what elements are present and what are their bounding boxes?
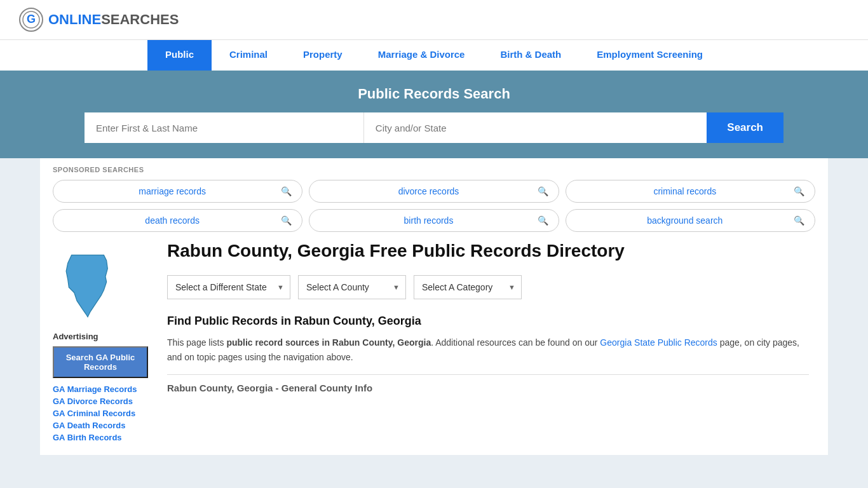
search-form: Search	[85, 112, 783, 143]
county-info-header: Rabun County, Georgia - General County I…	[167, 374, 809, 393]
search-icon-divorce: 🔍	[538, 186, 548, 196]
georgia-map-icon	[53, 250, 123, 320]
nav-marriage-divorce[interactable]: Marriage & Divorce	[360, 40, 483, 71]
sponsored-item-criminal[interactable]: criminal records 🔍	[566, 180, 815, 203]
advertising-label: Advertising	[53, 332, 148, 341]
page-heading: Rabun County, Georgia Free Public Record…	[167, 240, 809, 262]
logo-online-text: ONLINE	[48, 11, 101, 27]
location-input[interactable]	[364, 112, 707, 143]
find-records-description: This page lists public record sources in…	[167, 336, 809, 364]
georgia-state-link[interactable]: Georgia State Public Records	[600, 337, 717, 348]
svg-text:G: G	[27, 13, 36, 25]
find-text-bold: public record sources in Rabun County, G…	[226, 337, 431, 348]
sponsored-label: SPONSORED SEARCHES	[53, 166, 815, 173]
sponsored-item-death[interactable]: death records 🔍	[53, 209, 302, 232]
search-icon-birth: 🔍	[538, 215, 548, 226]
sponsored-item-background[interactable]: background search 🔍	[566, 209, 815, 232]
main-nav: Public Criminal Property Marriage & Divo…	[0, 39, 868, 71]
nav-public[interactable]: Public	[147, 40, 212, 71]
sidebar-ad-button[interactable]: Search GA Public Records	[53, 346, 148, 378]
category-dropdown-wrapper: Select A Category	[414, 275, 522, 299]
dropdown-row: Select a Different State Select A County…	[167, 275, 809, 299]
content-area: Rabun County, Georgia Free Public Record…	[161, 240, 815, 455]
sidebar-link-death[interactable]: GA Death Records	[53, 421, 148, 430]
sidebar-link-birth[interactable]: GA Birth Records	[53, 433, 148, 442]
sidebar: Advertising Search GA Public Records GA …	[53, 240, 148, 455]
nav-employment[interactable]: Employment Screening	[579, 40, 721, 71]
sponsored-grid: marriage records 🔍 divorce records 🔍 cri…	[53, 180, 815, 232]
search-icon-marriage: 🔍	[281, 186, 292, 196]
logo-icon: G	[19, 8, 43, 32]
state-dropdown[interactable]: Select a Different State	[167, 275, 290, 299]
find-text-2: . Additional resources can be found on o…	[431, 337, 600, 348]
find-records-title: Find Public Records in Rabun County, Geo…	[167, 315, 809, 328]
county-dropdown-wrapper: Select A County	[298, 275, 406, 299]
sponsored-item-marriage[interactable]: marriage records 🔍	[53, 180, 302, 203]
search-icon-death: 🔍	[281, 215, 292, 226]
logo-searches-text: SEARCHES	[101, 11, 179, 27]
search-icon-background: 🔍	[794, 215, 804, 226]
nav-criminal[interactable]: Criminal	[212, 40, 285, 71]
county-dropdown[interactable]: Select A County	[298, 275, 406, 299]
name-input[interactable]	[85, 112, 364, 143]
search-banner: Public Records Search Search	[0, 71, 868, 158]
find-text-1: This page lists	[167, 337, 226, 348]
nav-property[interactable]: Property	[285, 40, 360, 71]
nav-birth-death[interactable]: Birth & Death	[482, 40, 579, 71]
main-container: Advertising Search GA Public Records GA …	[40, 240, 828, 455]
sponsored-item-divorce[interactable]: divorce records 🔍	[309, 180, 559, 203]
search-button[interactable]: Search	[707, 112, 783, 143]
sidebar-link-marriage[interactable]: GA Marriage Records	[53, 384, 148, 394]
logo: G ONLINESEARCHES	[19, 8, 179, 32]
search-banner-title: Public Records Search	[19, 86, 849, 102]
state-dropdown-wrapper: Select a Different State	[167, 275, 290, 299]
sidebar-link-criminal[interactable]: GA Criminal Records	[53, 409, 148, 418]
sponsored-section: SPONSORED SEARCHES marriage records 🔍 di…	[40, 158, 828, 240]
category-dropdown[interactable]: Select A Category	[414, 275, 522, 299]
sidebar-link-divorce[interactable]: GA Divorce Records	[53, 396, 148, 406]
sponsored-item-birth[interactable]: birth records 🔍	[309, 209, 559, 232]
search-icon-criminal: 🔍	[794, 186, 804, 196]
